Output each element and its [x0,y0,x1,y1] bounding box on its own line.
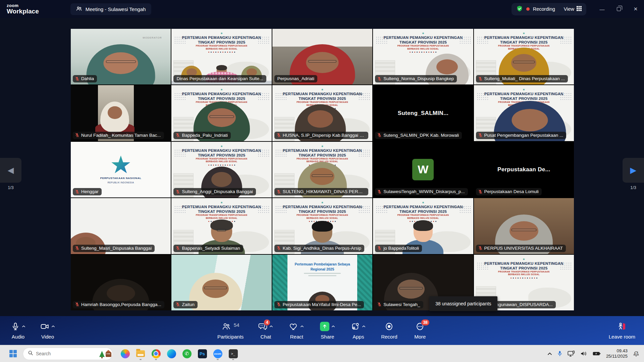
participant-name: Perpusnas_Adriati [277,76,314,81]
participant-tile[interactable]: Nurul Fadilah_ Komunitas Taman Bac... [71,85,171,141]
audio-chevron-icon[interactable] [22,325,25,328]
svg-text:z: z [635,352,636,355]
participant-tile[interactable]: Sulteng_Masri_Dispusaka Banggai [71,198,171,254]
participant-tile[interactable]: ✶PERTEMUAN PEMANGKU KEPENTINGANTINGKAT P… [474,85,574,141]
taskbar-search[interactable] [23,348,113,360]
participant-tile[interactable]: Suteng_SALMIN... Suteng_SALMIN_DPK Kab. … [373,85,473,141]
participant-nameplate: Kab. Sigi_Andhika_Dinas Perpus-Arsip [274,245,364,252]
participant-name: Sulawesi Tengah_ [383,302,420,307]
video-chevron-icon[interactable] [51,325,55,328]
participant-name: Henggar [81,189,99,194]
share-screen-icon [320,322,329,331]
leave-room-button[interactable]: Leave room [609,321,635,340]
participant-tile[interactable]: W SulawesiTengah_WIWIN_Diskarpus_p... [373,142,473,197]
react-chevron-icon[interactable] [300,325,304,328]
security-shield-icon[interactable] [516,5,523,13]
participant-tile[interactable]: PERPUSTAKAAN NASIONALREPUBLIK INDONESIA … [71,142,171,197]
role-watermark: PESERTA [350,93,363,96]
zoom-app-icon[interactable]: zoom [213,348,223,359]
participant-tile[interactable]: Perpusnas_Adriati [272,29,372,84]
video-button[interactable]: Video [39,321,56,340]
react-button[interactable]: React [288,321,305,340]
terminal-app-icon[interactable]: >_ [228,348,238,359]
title-bar: zoom Workplace Meeting - Sulawesi Tengah… [0,0,644,18]
role-watermark: PESERTA [350,205,363,208]
previous-page-arrow[interactable]: ◀ [0,158,21,183]
participant-tile[interactable]: Hamriah Basonggo,Perpusda Bangga... [71,255,171,310]
participant-tile[interactable]: ✶PERTEMUAN PEMANGKU KEPENTINGANTINGKAT P… [272,198,372,254]
chrome-app-icon[interactable] [151,348,161,359]
participant-tile[interactable]: ✶PERTEMUAN PEMANGKU KEPENTINGANTINGKAT P… [373,29,473,84]
muted-mic-icon [478,133,483,137]
participant-nameplate: Bappenas_Setyadi Sulaiman [173,245,243,252]
tray-chevron-up-icon[interactable] [547,352,552,355]
more-badge: 38 [421,319,429,326]
participant-tile[interactable]: ✶PERTEMUAN PEMANGKU KEPENTINGANTINGKAT P… [171,142,271,197]
chat-chevron-icon[interactable] [269,325,273,328]
record-icon [385,322,393,331]
close-button[interactable]: ✕ [627,2,644,16]
participant-tile[interactable]: ✶PERTEMUAN PEMANGKU KEPENTINGANTINGKAT P… [373,198,473,254]
participant-tile[interactable]: ✶PERTEMUAN PEMANGKU KEPENTINGANTINGKAT P… [171,29,271,84]
chat-icon: 4 [258,322,267,331]
file-explorer-app-icon[interactable] [136,348,146,359]
tray-battery-icon[interactable] [593,351,601,356]
record-button[interactable]: Record [380,321,398,340]
muted-mic-icon [377,189,382,194]
participant-tile[interactable]: ✶PERTEMUAN PEMANGKU KEPENTINGANTINGKAT P… [474,29,574,84]
windows-taskbar: ✆ Ps zoom >_ [0,345,644,362]
participant-tile[interactable]: ✶PERTEMUAN PEMANGKU KEPENTINGANTINGKAT P… [171,198,271,254]
muted-mic-icon [377,246,382,250]
participant-tile[interactable]: ✶PERTEMUAN PEMANGKU KEPENTINGANTINGKAT P… [272,85,372,141]
muted-mic-icon [276,189,281,194]
tray-time: 09.43 [606,348,628,354]
participant-nameplate: Suteng_SALMIN_DPK Kab. Morowali [375,132,462,139]
participant-tile[interactable]: Pertemuan Pembelajaran SebayaRegional 20… [272,255,372,310]
apps-icon [351,322,360,331]
clock[interactable]: 09.43 25/11/2025 [606,348,628,359]
share-chevron-icon[interactable] [331,325,335,328]
participant-nameplate: Dinas Perpustakaan dan Kearsipan Sulte..… [173,75,266,82]
more-label: More [414,334,426,340]
notification-bell-icon[interactable]: z z [633,351,639,357]
recording-pill: Recording View [512,3,586,15]
start-button[interactable] [9,350,17,357]
participant-name: Sulteng_Norma_Dispusip Bangkep [383,76,454,81]
tray-display-icon[interactable] [568,351,575,357]
chat-label: Chat [261,334,271,340]
muted-mic-icon [377,302,382,307]
search-input[interactable] [36,351,97,356]
audio-button[interactable]: Audio [9,321,27,340]
participant-tile[interactable]: ✶PERTEMUAN PEMANGKU KEPENTINGANTINGKAT P… [272,142,372,197]
tray-speaker-icon[interactable] [580,351,587,357]
photoshop-app-icon[interactable]: Ps [197,348,207,359]
unassigned-participants-tooltip: 38 unassigned participants [429,296,497,311]
participant-nameplate: PERPUS UNIVERSITAS ALKHAIRAAT [476,245,566,252]
view-button[interactable]: View [564,6,582,12]
participant-tile[interactable]: MODERATOR Dahlia [71,29,171,84]
apps-chevron-icon[interactable] [362,325,366,328]
video-camera-icon [40,322,49,331]
share-button[interactable]: Share [319,321,336,340]
muted-mic-icon [276,133,281,137]
meeting-tab[interactable]: Meeting - Sulawesi Tengah [70,3,151,15]
tray-microphone-icon[interactable] [557,351,562,357]
participant-name: Dahlia [81,76,94,81]
participant-tile[interactable]: ✶PERTEMUAN PEMANGKU KEPENTINGANTINGKAT P… [171,85,271,141]
more-button[interactable]: 38 More [411,321,429,340]
muted-mic-icon [75,246,79,250]
copilot-app-icon[interactable] [120,348,130,359]
participants-button[interactable]: 54 Participants [217,321,244,340]
participant-tile[interactable]: Perpustakaan De... Perpustakaan Desa Lom… [474,142,574,197]
whatsapp-app-icon[interactable]: ✆ [182,348,192,359]
role-watermark: MODERATOR [143,36,162,39]
participant-tile[interactable]: Zaitun [171,255,271,310]
minimize-button[interactable]: — [594,2,610,16]
next-page-arrow[interactable]: ▶ [623,158,644,183]
edge-app-icon[interactable] [166,348,176,359]
participant-tile[interactable]: PERPUS UNIVERSITAS ALKHAIRAAT [474,198,574,254]
restore-button[interactable] [610,2,627,16]
chat-button[interactable]: 4 Chat [257,321,274,340]
participant-nameplate: Hamriah Basonggo,Perpusda Bangga... [73,301,164,308]
apps-button[interactable]: Apps [350,321,367,340]
